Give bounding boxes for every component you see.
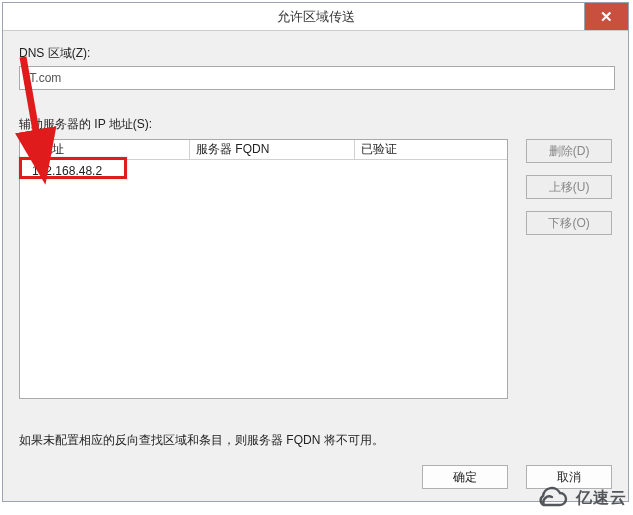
ip-cell: [20, 159, 190, 183]
col-header-verified[interactable]: 已验证: [355, 140, 495, 159]
delete-button[interactable]: 删除(D): [526, 139, 612, 163]
table-area: IP 地址 服务器 FQDN 已验证 删除(D) 上移(U) 下移(O): [19, 139, 612, 399]
col-header-fqdn[interactable]: 服务器 FQDN: [190, 140, 355, 159]
close-button[interactable]: ✕: [584, 3, 628, 30]
dns-zone-label: DNS 区域(Z):: [19, 45, 612, 62]
secondary-servers-label: 辅助服务器的 IP 地址(S):: [19, 116, 612, 133]
client-area: DNS 区域(Z): IT.com 辅助服务器的 IP 地址(S): IP 地址…: [3, 31, 628, 501]
verified-cell: [355, 169, 495, 173]
watermark-text: 亿速云: [576, 488, 627, 509]
col-header-ip[interactable]: IP 地址: [20, 140, 190, 159]
move-up-button[interactable]: 上移(U): [526, 175, 612, 199]
dns-zone-value: IT.com: [19, 66, 615, 90]
dialog-title: 允许区域传送: [277, 8, 355, 26]
ok-button[interactable]: 确定: [422, 465, 508, 489]
side-buttons: 删除(D) 上移(U) 下移(O): [526, 139, 612, 399]
footer-note: 如果未配置相应的反向查找区域和条目，则服务器 FQDN 将不可用。: [19, 432, 384, 449]
ip-input[interactable]: [26, 161, 184, 181]
titlebar: 允许区域传送 ✕: [3, 3, 628, 31]
table-row[interactable]: [20, 160, 507, 182]
ip-grid[interactable]: IP 地址 服务器 FQDN 已验证: [19, 139, 508, 399]
watermark-logo: 亿速云: [530, 485, 627, 511]
fqdn-cell: [190, 169, 355, 173]
dialog-window: 允许区域传送 ✕ DNS 区域(Z): IT.com 辅助服务器的 IP 地址(…: [2, 2, 629, 502]
move-down-button[interactable]: 下移(O): [526, 211, 612, 235]
grid-header: IP 地址 服务器 FQDN 已验证: [20, 140, 507, 160]
cloud-icon: [530, 485, 570, 511]
close-icon: ✕: [600, 8, 613, 26]
